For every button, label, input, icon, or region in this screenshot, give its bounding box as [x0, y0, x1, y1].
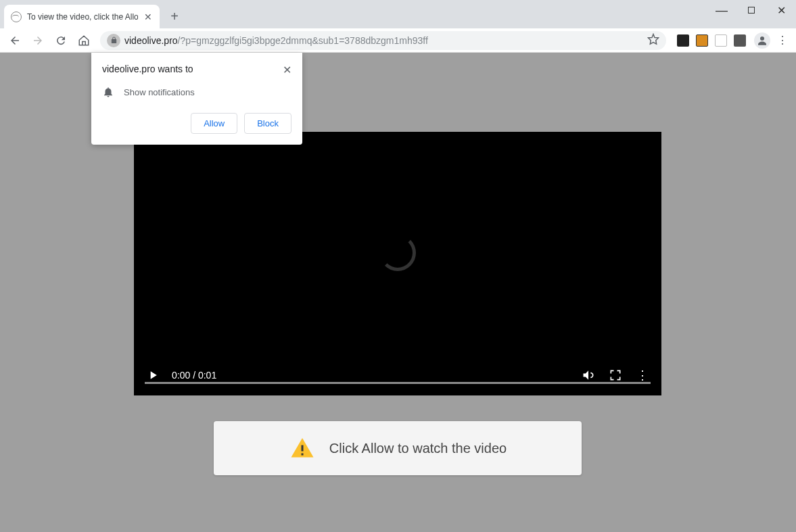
loading-spinner-icon — [379, 235, 416, 271]
dialog-close-icon[interactable]: ✕ — [283, 64, 291, 76]
fullscreen-icon[interactable] — [607, 368, 624, 382]
forward-button[interactable] — [28, 31, 47, 50]
window-close-button[interactable]: ✕ — [766, 0, 796, 20]
browser-toolbar: videolive.pro/?p=gmzggzlfgi5gi3bpge2dmmq… — [0, 28, 796, 53]
video-menu-icon[interactable]: ⋮ — [634, 368, 651, 383]
progress-bar[interactable] — [145, 382, 651, 384]
video-time: 0:00 / 0:01 — [172, 370, 216, 381]
volume-icon[interactable] — [580, 368, 596, 382]
extension-icon[interactable] — [715, 34, 727, 47]
extension-icon[interactable] — [734, 34, 746, 47]
window-minimize-button[interactable]: — — [707, 0, 736, 20]
url-text: videolive.pro/?p=gmzggzlfgi5gi3bpge2dmmq… — [124, 35, 428, 46]
block-button[interactable]: Block — [244, 113, 291, 134]
window-maximize-button[interactable] — [736, 0, 766, 20]
instruction-text: Click Allow to watch the video — [329, 441, 507, 456]
globe-icon — [11, 11, 22, 22]
notification-permission-dialog: videolive.pro wants to ✕ Show notificati… — [91, 53, 302, 145]
tab-close-icon[interactable]: ✕ — [143, 12, 153, 22]
video-controls: 0:00 / 0:01 ⋮ — [134, 355, 661, 395]
address-bar[interactable]: videolive.pro/?p=gmzggzlfgi5gi3bpge2dmmq… — [100, 31, 666, 50]
warning-icon — [289, 436, 316, 460]
svg-rect-1 — [301, 445, 303, 452]
permission-origin-text: videolive.pro wants to — [102, 64, 193, 74]
window-controls: — ✕ — [707, 0, 796, 20]
play-button[interactable] — [145, 368, 161, 382]
browser-tab[interactable]: To view the video, click the Allow ✕ — [4, 5, 160, 29]
tab-title: To view the video, click the Allow — [27, 12, 138, 22]
video-player[interactable]: 0:00 / 0:01 ⋮ — [134, 132, 661, 395]
svg-rect-2 — [301, 454, 303, 456]
extension-icon[interactable] — [696, 34, 708, 47]
lock-icon[interactable] — [107, 34, 120, 47]
svg-point-0 — [760, 37, 764, 41]
home-button[interactable] — [74, 31, 93, 50]
profile-avatar-icon[interactable] — [754, 32, 770, 49]
new-tab-button[interactable]: + — [165, 7, 184, 26]
permission-item-label: Show notifications — [124, 87, 195, 97]
kebab-menu-icon[interactable]: ⋮ — [774, 34, 791, 47]
window-titlebar: To view the video, click the Allow ✕ + —… — [0, 0, 796, 28]
bell-icon — [102, 86, 114, 98]
reload-button[interactable] — [51, 31, 70, 50]
bookmark-star-icon[interactable] — [647, 33, 659, 48]
back-button[interactable] — [5, 31, 24, 50]
instruction-banner: Click Allow to watch the video — [214, 421, 582, 475]
allow-button[interactable]: Allow — [191, 113, 237, 134]
extension-icons — [673, 34, 750, 47]
extension-icon[interactable] — [677, 34, 689, 47]
